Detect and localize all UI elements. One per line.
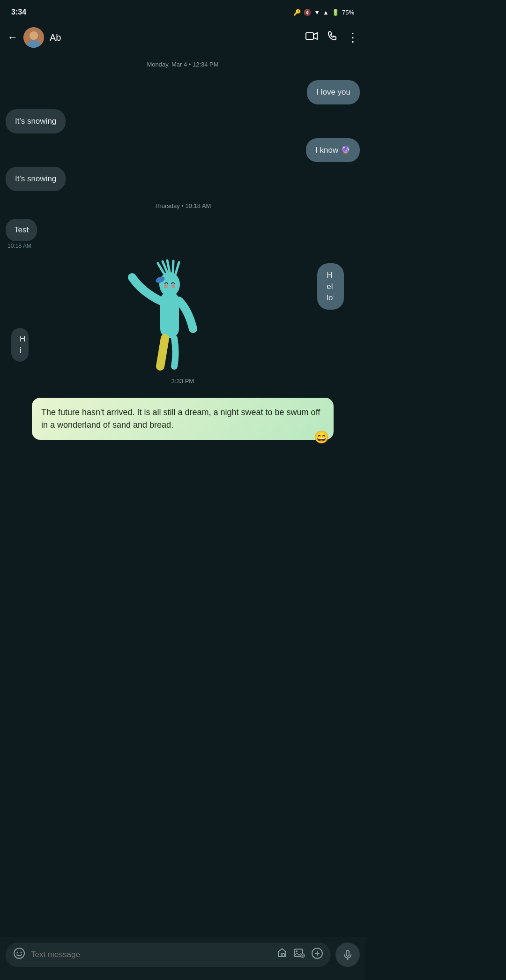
status-time: 3:34	[11, 8, 26, 16]
contact-name[interactable]: Ab	[50, 32, 305, 43]
video-call-icon[interactable]	[305, 31, 318, 44]
wifi-icon: ▼	[314, 9, 320, 16]
status-icons: 🔑 🔇 ▼ ▲ 🔋 75%	[293, 9, 354, 16]
svg-rect-4	[306, 33, 313, 39]
message-row-with-time: Test 10:18 AM	[6, 219, 360, 249]
message-reaction-emoji: 😄	[314, 428, 329, 446]
time-divider: Thursday • 10:18 AM	[6, 196, 360, 214]
message-row: I love you	[6, 80, 360, 104]
svg-line-10	[173, 261, 173, 273]
hello-message-row: Hello	[317, 263, 354, 310]
messages-container: Monday, Mar 4 • 12:34 PM I love you It's…	[0, 52, 365, 495]
date-divider: Monday, Mar 4 • 12:34 PM	[6, 56, 360, 75]
svg-point-14	[171, 284, 175, 288]
status-bar: 3:34 🔑 🔇 ▼ ▲ 🔋 75%	[0, 0, 365, 22]
svg-point-3	[30, 31, 38, 40]
battery-icon: 🔋	[332, 9, 339, 16]
message-bubble[interactable]: Hello	[317, 263, 344, 310]
battery-percent: 75%	[342, 9, 354, 16]
back-button[interactable]: ←	[7, 31, 18, 44]
svg-point-6	[159, 272, 180, 297]
svg-line-9	[167, 260, 170, 272]
hi-message-row: Hi	[11, 328, 36, 362]
message-row: It's snowing	[6, 109, 360, 134]
message-bubble[interactable]: I love you	[307, 80, 360, 104]
message-timestamp: 10:18 AM	[7, 243, 360, 249]
message-row: Test	[6, 219, 360, 241]
mute-icon: 🔇	[304, 9, 311, 16]
message-bubble[interactable]: It's snowing	[6, 167, 66, 191]
sticker-image	[109, 254, 231, 376]
header-actions: ⋮	[305, 30, 358, 45]
phone-call-icon[interactable]	[327, 31, 337, 44]
key-icon: 🔑	[293, 9, 301, 16]
highlight-message-bubble[interactable]: The future hasn't arrived. It is all sti…	[32, 398, 334, 440]
message-bubble[interactable]: Hi	[11, 328, 29, 362]
message-bubble[interactable]: It's snowing	[6, 109, 66, 134]
highlight-message-text: The future hasn't arrived. It is all sti…	[41, 408, 320, 430]
chat-header: ← Ab ⋮	[0, 22, 365, 52]
contact-avatar[interactable]	[23, 27, 44, 48]
svg-point-13	[164, 284, 168, 288]
signal-icon: ▲	[323, 9, 329, 16]
message-row: It's snowing	[6, 167, 360, 191]
avatar-image	[23, 27, 44, 48]
message-bubble[interactable]: Test	[6, 219, 37, 241]
highlight-message-row: The future hasn't arrived. It is all sti…	[6, 398, 360, 440]
svg-line-11	[176, 262, 179, 274]
message-bubble[interactable]: I know 🔮	[306, 138, 360, 163]
sticker-row: Hello Hi	[6, 259, 360, 362]
message-row: I know 🔮	[6, 138, 360, 163]
more-options-icon[interactable]: ⋮	[347, 30, 358, 45]
